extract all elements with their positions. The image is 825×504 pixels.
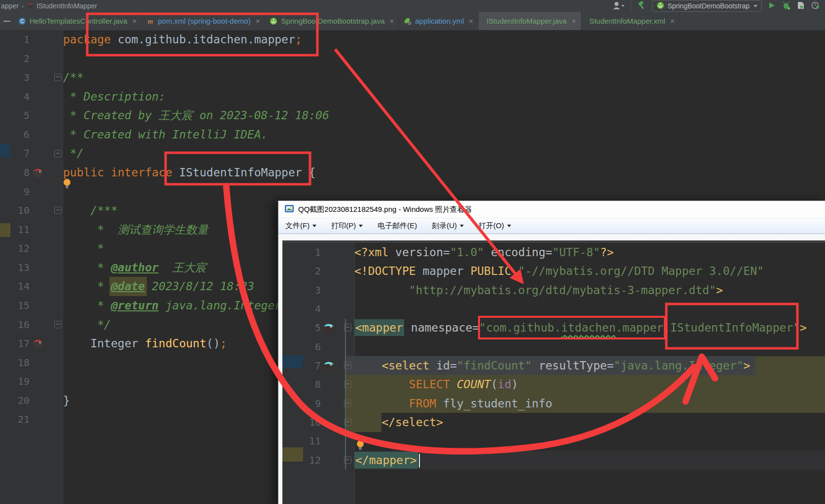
code-line: 9 [0, 182, 825, 202]
fold-marker-icon[interactable] [344, 324, 351, 332]
mybatis-bird-icon[interactable] [322, 321, 336, 334]
photo-viewer-title-bar[interactable]: QQ截图20230812182549.png - Windows 照片查看器 [278, 201, 825, 218]
debug-button[interactable] [782, 1, 791, 11]
code-line: 1<?xml version="1.0" encoding="UTF-8"?> [282, 243, 825, 262]
run-configuration-select[interactable]: SpringBootDemoBootstrap [652, 0, 762, 12]
line-number: 12 [0, 239, 30, 258]
photo-menu-item[interactable]: 刻录(U) [432, 221, 464, 231]
profiler-button[interactable] [811, 1, 820, 11]
code-line: 7 <select id="findCount" resultType="jav… [282, 356, 825, 375]
tab-close-icon[interactable]: × [132, 17, 137, 25]
photo-menu-item[interactable]: 打开(O) [479, 221, 511, 231]
tab-list-menu-icon[interactable] [0, 12, 14, 30]
breadcrumb-prefix[interactable]: apper [1, 2, 19, 10]
line-number: 10 [282, 413, 321, 432]
menu-item-label: 文件(F) [285, 221, 309, 231]
line-number: 11 [0, 220, 30, 239]
run-button[interactable] [768, 1, 776, 11]
photo-menu-item[interactable]: 电子邮件(E) [378, 221, 417, 231]
fold-marker-icon[interactable] [54, 74, 62, 81]
editor-tab-bar: CHelloTemplatesController.java×mpom.xml … [0, 12, 825, 31]
coverage-button[interactable] [796, 1, 805, 11]
tab-close-icon[interactable]: × [256, 17, 260, 25]
line-number: 18 [0, 353, 30, 372]
intention-bulb-icon[interactable] [356, 437, 364, 456]
line-number: 8 [282, 375, 321, 394]
editor-tab-IStudentInfoMapper.java[interactable]: IStudentInfoMapper.java× [479, 12, 581, 30]
line-number: 16 [0, 315, 30, 335]
editor-tab-pom.xml-spring-boot-demo-[interactable]: mpom.xml (spring-boot-demo)× [142, 12, 265, 30]
code-line: 2<!DOCTYPE mapper PUBLIC "-//mybatis.org… [282, 262, 825, 280]
fold-marker-icon[interactable] [344, 400, 351, 407]
code-line: 3 "http://mybatis.org/dtd/mybatis-3-mapp… [282, 281, 825, 300]
line-number: 7 [0, 144, 30, 163]
main-toolbar: SpringBootDemoBootstrap [612, 0, 825, 12]
chevron-down-icon [460, 225, 464, 227]
ide-screen: apper › IStudentInfoMapper SpringBootDem… [0, 0, 825, 504]
fold-marker-icon[interactable] [344, 419, 351, 426]
line-number: 6 [0, 125, 30, 144]
editor-tab-StudentInfoMapper.xml[interactable]: StudentInfoMapper.xml× [582, 12, 680, 30]
run-configuration-label: SpringBootDemoBootstrap [667, 2, 750, 10]
line-number: 1 [282, 243, 321, 262]
springboot-icon [270, 17, 277, 25]
class-icon: C [18, 17, 26, 25]
code-line: 8 SELECT COUNT(id) [282, 375, 825, 394]
editor-tab-SpringBootDemoBootstrap.java[interactable]: SpringBootDemoBootstrap.java× [265, 12, 399, 30]
tab-close-icon[interactable]: × [670, 17, 675, 25]
tab-label: SpringBootDemoBootstrap.java [281, 17, 384, 25]
fold-marker-icon[interactable] [344, 381, 351, 388]
line-number: 1 [0, 30, 30, 49]
line-number: 20 [0, 391, 30, 410]
line-number: 2 [282, 262, 321, 280]
code-line: 6 [282, 337, 825, 356]
line-number: 4 [282, 300, 321, 318]
tab-close-icon[interactable]: × [390, 17, 394, 25]
fold-marker-icon[interactable] [54, 150, 62, 157]
editor-tab-application.yml[interactable]: application.yml× [399, 12, 479, 30]
line-number: 11 [282, 432, 321, 450]
chevron-down-icon [312, 225, 316, 227]
intention-bulb-icon[interactable] [63, 176, 71, 195]
code-line: 8public interface IStudentInfoMapper { [0, 163, 825, 182]
line-number: 19 [0, 372, 30, 391]
fold-marker-icon[interactable] [344, 362, 351, 370]
fold-marker-icon[interactable] [344, 456, 351, 464]
breadcrumb-item[interactable]: IStudentInfoMapper [36, 2, 97, 10]
tab-label: HelloTemplatesController.java [30, 17, 127, 25]
photo-menu-item[interactable]: 文件(F) [285, 221, 316, 231]
fold-marker-icon[interactable] [54, 207, 62, 214]
line-number: 17 [0, 334, 30, 353]
photo-viewer-window: QQ截图20230812182549.png - Windows 照片查看器 文… [278, 201, 825, 504]
photo-menu-item[interactable]: 打印(P) [331, 221, 363, 231]
fold-marker-icon[interactable] [54, 321, 62, 328]
chevron-down-icon [359, 225, 363, 227]
tab-close-icon[interactable]: × [572, 17, 576, 25]
photo-viewer-app-icon [285, 204, 294, 214]
tab-close-icon[interactable]: × [469, 17, 473, 25]
line-number: 8 [0, 163, 30, 182]
xml-editor[interactable]: 1<?xml version="1.0" encoding="UTF-8"?>2… [282, 240, 825, 504]
breadcrumb-separator: › [22, 2, 24, 10]
toolbar-divider [631, 1, 631, 10]
springboot-icon [656, 1, 664, 11]
mybatis-bird-icon[interactable] [32, 337, 44, 349]
mybatis-bird-icon[interactable] [322, 359, 336, 372]
code-line: 1package com.github.itdachen.mapper; [0, 30, 825, 49]
code-line: 10 </select> [282, 413, 825, 432]
user-icon[interactable] [612, 1, 625, 11]
tab-label: application.yml [415, 17, 464, 25]
build-hammer-icon[interactable] [637, 1, 646, 11]
code-line: 9 FROM fly_student_info [282, 394, 825, 413]
menu-item-label: 电子邮件(E) [378, 221, 417, 231]
line-number: 9 [0, 182, 30, 202]
line-number: 21 [0, 410, 30, 429]
menu-item-label: 打印(P) [331, 221, 356, 231]
menu-item-label: 刻录(U) [432, 221, 457, 231]
code-line: 4 [282, 300, 825, 318]
line-number: 10 [0, 201, 30, 220]
editor-tab-HelloTemplatesController.java[interactable]: CHelloTemplatesController.java× [14, 12, 142, 30]
line-number: 13 [0, 258, 30, 277]
code-line: 6 * Created with IntelliJ IDEA. [0, 125, 825, 144]
mybatis-bird-icon[interactable] [32, 167, 44, 178]
